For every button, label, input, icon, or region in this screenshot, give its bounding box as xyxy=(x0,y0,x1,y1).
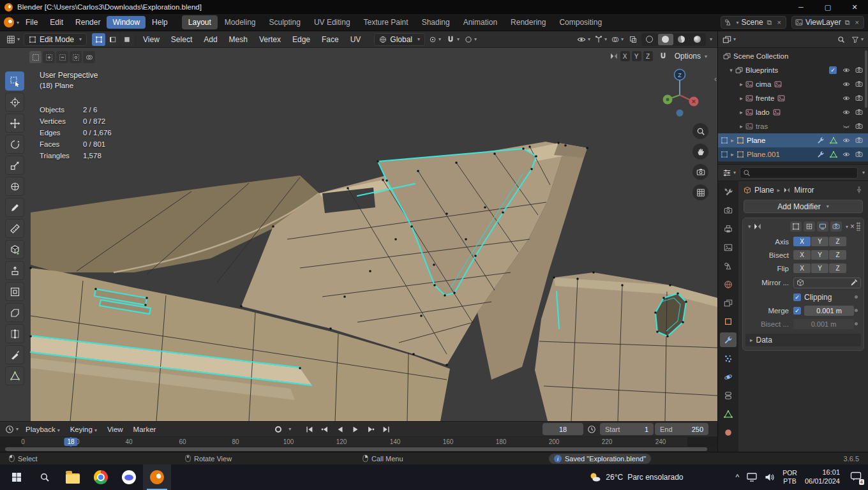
add-modifier-button[interactable]: Add Modifier▾ xyxy=(744,200,863,213)
outliner-row-tras[interactable]: ▸ tras xyxy=(718,119,868,133)
taskbar-file-explorer[interactable] xyxy=(59,464,87,490)
outliner-row-scene-collection[interactable]: Scene Collection xyxy=(718,49,868,63)
object-visibility-icon[interactable]: ▾ xyxy=(576,33,592,46)
tab-view-layer[interactable] xyxy=(720,240,737,255)
menu-window[interactable]: Window xyxy=(107,16,146,29)
outliner-row-vidro-farol[interactable]: • ▸ vidro farol xyxy=(718,161,868,164)
proportional-editing-icon[interactable]: ▾ xyxy=(463,33,478,46)
transform-orientation-dropdown[interactable]: Global▾ xyxy=(374,33,425,46)
tab-output[interactable] xyxy=(720,221,737,236)
merge-threshold-field[interactable]: 0.001 m xyxy=(804,306,854,316)
bisect-distance-field[interactable]: 0.001 m xyxy=(793,319,854,329)
menu-marker[interactable]: Marker xyxy=(129,424,161,434)
auto-keying-record-button[interactable] xyxy=(271,423,285,435)
axis-z-button[interactable]: Z xyxy=(829,237,846,246)
tab-object[interactable] xyxy=(720,314,737,329)
tab-modeling[interactable]: Modeling xyxy=(218,15,262,29)
breadcrumb-modifier[interactable]: Mirror xyxy=(794,186,814,195)
select-mode-subtract-icon[interactable] xyxy=(56,51,68,63)
flip-z-button[interactable]: Z xyxy=(829,264,846,273)
menu-edit[interactable]: Edit xyxy=(44,16,69,29)
merge-checkbox[interactable]: ✓ xyxy=(793,307,801,315)
modifier-render-toggle[interactable] xyxy=(830,221,842,232)
pan-view-button[interactable] xyxy=(692,144,708,160)
tab-texture-paint[interactable]: Texture Paint xyxy=(357,15,415,29)
tab-material[interactable] xyxy=(720,425,737,440)
properties-editor-icon[interactable]: ▾ xyxy=(721,167,737,179)
use-preview-range-icon[interactable] xyxy=(585,423,599,435)
tool-rotate[interactable] xyxy=(5,135,24,154)
tab-constraints[interactable] xyxy=(720,388,737,403)
editor-type-icon[interactable]: ▾ xyxy=(5,33,21,46)
tool-measure[interactable] xyxy=(5,219,24,238)
panel-drag-handle[interactable] xyxy=(857,222,860,231)
menu-select[interactable]: Select xyxy=(167,34,197,45)
modifier-wrench-icon[interactable] xyxy=(814,137,827,144)
shading-solid-icon[interactable] xyxy=(658,34,673,45)
next-keyframe-button[interactable] xyxy=(364,423,378,435)
tool-annotate[interactable] xyxy=(5,198,24,217)
menu-add[interactable]: Add xyxy=(199,34,221,45)
outliner-filter-icon[interactable]: ▾ xyxy=(850,33,865,46)
data-subpanel-header[interactable]: ▸ Data xyxy=(745,334,861,346)
menu-keying[interactable]: Keying▾ xyxy=(66,424,101,434)
tool-scale[interactable] xyxy=(5,156,24,175)
show-gizmo-icon[interactable]: ▾ xyxy=(594,33,608,46)
shading-material-icon[interactable] xyxy=(674,34,689,45)
camera-visibility-icon[interactable] xyxy=(853,94,865,102)
outliner-row-blueprints[interactable]: ▾ Blueprints ✓ xyxy=(718,63,868,77)
animate-decorator-dot[interactable] xyxy=(855,309,858,312)
tab-physics[interactable] xyxy=(720,369,737,384)
camera-visibility-icon[interactable] xyxy=(853,151,865,158)
symmetry-z-button[interactable]: Z xyxy=(643,51,653,61)
snap-magnet-icon[interactable]: ▾ xyxy=(445,33,461,46)
eye-icon[interactable] xyxy=(840,151,853,158)
symmetry-y-button[interactable]: Y xyxy=(632,51,641,61)
tab-world[interactable] xyxy=(720,277,737,292)
camera-visibility-icon[interactable] xyxy=(853,122,865,130)
tool-inset-faces[interactable] xyxy=(5,282,24,301)
bisect-x-button[interactable]: X xyxy=(793,250,811,260)
tab-scene[interactable] xyxy=(720,258,737,273)
menu-vertex[interactable]: Vertex xyxy=(255,34,285,45)
sidebar-collapse-arrow[interactable]: ‹ xyxy=(714,75,717,84)
eye-closed-icon[interactable] xyxy=(840,122,853,130)
remove-viewlayer-icon[interactable]: × xyxy=(854,19,860,26)
mirror-object-field[interactable] xyxy=(793,278,861,288)
record-options-caret-icon[interactable]: ▾ xyxy=(288,426,291,432)
menu-playback[interactable]: Playback▾ xyxy=(21,424,64,434)
tool-extrude-region[interactable] xyxy=(5,261,24,280)
outliner-search-icon[interactable] xyxy=(835,33,848,46)
tab-uv-editing[interactable]: UV Editing xyxy=(308,15,357,29)
scene-selector[interactable]: ▾ Scene ⧉ × xyxy=(721,16,786,29)
taskbar-discord[interactable] xyxy=(115,464,143,490)
modifier-close-icon[interactable]: × xyxy=(850,222,855,231)
timeline-ruler[interactable]: 0 20 40 60 80 100 120 140 160 180 200 22… xyxy=(0,436,717,447)
pin-icon[interactable] xyxy=(855,186,863,194)
menu-help[interactable]: Help xyxy=(146,16,174,29)
tool-bevel[interactable] xyxy=(5,303,24,322)
new-viewlayer-icon[interactable]: ⧉ xyxy=(844,19,851,27)
show-overlays-icon[interactable]: ▾ xyxy=(610,33,625,46)
collection-checkbox[interactable]: ✓ xyxy=(829,66,837,74)
flip-y-button[interactable]: Y xyxy=(811,264,828,273)
select-mode-extend-icon[interactable] xyxy=(43,51,55,63)
tool-transform[interactable] xyxy=(5,177,24,196)
saved-notification[interactable]: i Saved "Exploration.blend" xyxy=(549,454,651,464)
tool-move[interactable] xyxy=(5,114,24,133)
frame-end-field[interactable]: End250 xyxy=(655,423,708,435)
tab-particles[interactable] xyxy=(720,351,737,366)
mesh-symmetry-icon[interactable] xyxy=(610,52,618,61)
vertex-select-mode-button[interactable] xyxy=(92,33,105,46)
language-indicator[interactable]: PORPTB xyxy=(782,469,797,485)
tab-sculpting[interactable]: Sculpting xyxy=(263,15,307,29)
menu-render[interactable]: Render xyxy=(70,16,106,29)
close-button[interactable]: ✕ xyxy=(841,0,868,14)
tool-select-box[interactable] xyxy=(5,71,24,91)
jump-to-start-button[interactable] xyxy=(303,423,317,435)
taskbar-search-button[interactable] xyxy=(31,464,59,490)
outliner-row-plane-001[interactable]: ▸ Plane.001 xyxy=(718,147,868,161)
disclosure-icon[interactable]: ▾ xyxy=(727,67,735,73)
eye-icon[interactable] xyxy=(840,94,853,102)
tab-collection[interactable] xyxy=(720,295,737,310)
